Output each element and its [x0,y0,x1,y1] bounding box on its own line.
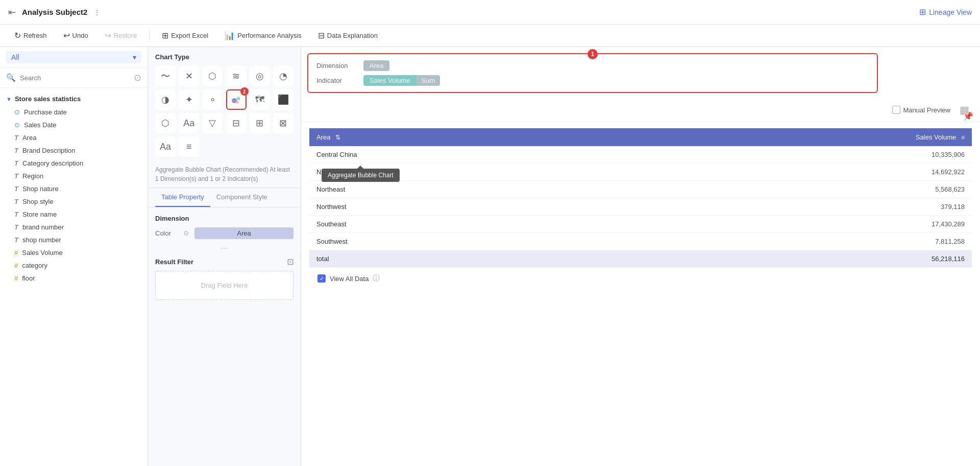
export-excel-button[interactable]: ⊞ Export Excel [156,28,214,43]
restore-icon: ↪ [105,31,111,40]
hash-icon: # [14,274,18,282]
sidebar-item-floor[interactable]: # floor [0,272,148,285]
config-indicator-row: Indicator Sales Volume Sum [316,75,869,86]
lineage-view-button[interactable]: ⊞ Lineage View [919,7,972,17]
resize-handle[interactable]: ⋮ [299,47,303,466]
chart-pie[interactable]: ◔ [273,66,293,86]
table-row: Northwest 379,118 [309,198,972,216]
config-indicator-agg: Sum [416,75,440,86]
undo-button[interactable]: ↩ Undo [57,28,94,43]
color-chip[interactable]: Area [194,227,293,239]
text-icon: T [14,134,18,142]
cell-sales: 5,568,623 [617,181,972,198]
svg-point-2 [236,101,238,104]
view-all-checkbox[interactable]: ✓ [317,274,326,283]
refresh-button[interactable]: ↻ Refresh [8,28,53,43]
chart-gauge[interactable]: ▽ [202,113,223,133]
chart-text[interactable]: Aa [179,113,199,133]
config-dimension-label: Dimension [316,62,357,69]
top-bar-left: ⇤ Analysis Subject2 ⋮ [8,7,101,18]
chart-heatmap[interactable]: ⬛ [273,89,293,110]
restore-button[interactable]: ↪ Restore [99,28,143,43]
chart-map[interactable]: 🗺 [250,89,270,110]
chart-radar[interactable]: ⬡ [202,66,223,86]
text-icon: T [14,211,18,218]
chart-bubble[interactable]: ⚬ [202,89,223,110]
data-table: Area ⇅ Sales Volume ≡ Central China 10,3… [309,128,972,268]
text-icon: T [14,172,18,180]
manual-preview-checkbox[interactable] [892,106,900,114]
table-header-row: Area ⇅ Sales Volume ≡ [309,128,972,146]
sidebar-item-category-description[interactable]: T Category description [0,157,148,170]
pin-icon[interactable]: 📌 [961,108,976,124]
drag-handle[interactable]: ⋯ [155,243,293,253]
sidebar-item-area[interactable]: T Area [0,131,148,144]
panel-tabs: Table Property Component Style [148,188,301,207]
text-icon: T [14,198,18,205]
more-icon[interactable]: ⋮ [93,8,101,16]
separator-1 [149,31,150,41]
table-row: Southwest 7,811,258 [309,233,972,250]
explanation-icon: ⊟ [318,31,325,40]
performance-analysis-button[interactable]: 📊 Performance Analysis [218,28,308,43]
sidebar-item-region[interactable]: T Region [0,170,148,182]
text-icon: T [14,236,18,244]
config-dimension-row: Dimension Area [316,60,869,71]
search-more-icon[interactable]: ⊙ [134,72,141,83]
col-area-header[interactable]: Area ⇅ [309,128,617,146]
search-bar: 🔍 ⊙ [0,68,148,88]
sidebar-item-shop-nature[interactable]: T Shop nature [0,182,148,195]
table-row: Central China 10,335,906 [309,146,972,164]
chart-table[interactable]: ≡ [179,136,199,157]
col-sales-header[interactable]: Sales Volume ≡ [617,128,972,146]
chart-funnel[interactable]: ⬡ [155,113,176,133]
clock-icon: ⊙ [14,121,20,129]
chart-bar-h[interactable]: ⊟ [226,113,247,133]
left-sidebar: All ▾ 🔍 ⊙ ▼ Store sales statistics ⊙ Pur… [0,47,148,466]
info-icon[interactable]: ⓘ [373,274,380,283]
chart-donut[interactable]: ◑ [155,89,176,110]
sidebar-item-shop-number[interactable]: T shop number [0,234,148,246]
sidebar-item-category[interactable]: # category [0,259,148,272]
chart-circle[interactable]: ◎ [250,66,270,86]
data-explanation-button[interactable]: ⊟ Data Explanation [312,28,384,43]
all-select-dropdown[interactable]: All ▾ [6,51,141,63]
sidebar-item-purchase-date[interactable]: ⊙ Purchase date [0,106,148,119]
search-input[interactable] [20,74,130,82]
sidebar-item-sales-volume[interactable]: # Sales Volume [0,246,148,259]
table-total-row: total 56,218,116 [309,250,972,268]
tab-component-style[interactable]: Component Style [210,188,274,207]
store-sales-statistics-section[interactable]: ▼ Store sales statistics [0,92,148,106]
manual-preview-toggle[interactable]: Manual Preview [892,106,951,114]
text-icon: T [14,159,18,167]
hash-icon: # [14,262,18,269]
undo-icon: ↩ [63,31,70,40]
chart-line[interactable]: 〜 [155,66,176,86]
chart-wave[interactable]: ≋ [226,66,247,86]
back-icon[interactable]: ⇤ [8,7,16,18]
sidebar-item-brand-number[interactable]: T brand number [0,221,148,234]
top-bar: ⇤ Analysis Subject2 ⋮ ⊞ Lineage View [0,0,980,25]
chart-aggregate-bubble[interactable] [226,89,247,110]
chart-font[interactable]: Aa [155,136,176,157]
filter-icon[interactable]: ⊡ [287,257,293,267]
sidebar-item-shop-style[interactable]: T Shop style [0,195,148,208]
chart-icon: 📊 [225,31,235,40]
chart-scatter[interactable]: ✕ [179,66,199,86]
chart-bar-v[interactable]: ⊞ [250,113,270,133]
chart-color-grid[interactable]: ⊠ [273,113,293,133]
settings-icon[interactable]: ⚙ [183,229,189,237]
sidebar-item-sales-date[interactable]: ⊙ Sales Date [0,119,148,131]
tab-table-property[interactable]: Table Property [155,188,210,207]
cell-sales: 10,335,906 [617,146,972,164]
sidebar-item-brand-description[interactable]: T Brand Description [0,144,148,157]
cell-area: Northwest [309,198,617,216]
refresh-icon: ↻ [14,31,21,40]
step-badge: 1 [587,49,598,59]
chart-rose[interactable]: ✦ [179,89,199,110]
sidebar-section: ▼ Store sales statistics ⊙ Purchase date… [0,88,148,466]
lineage-icon: ⊞ [919,7,926,17]
sidebar-item-store-name[interactable]: T Store name [0,208,148,221]
cell-area: Northeast [309,181,617,198]
result-filter-section: Result Filter ⊡ Drag Field Here [155,257,293,300]
